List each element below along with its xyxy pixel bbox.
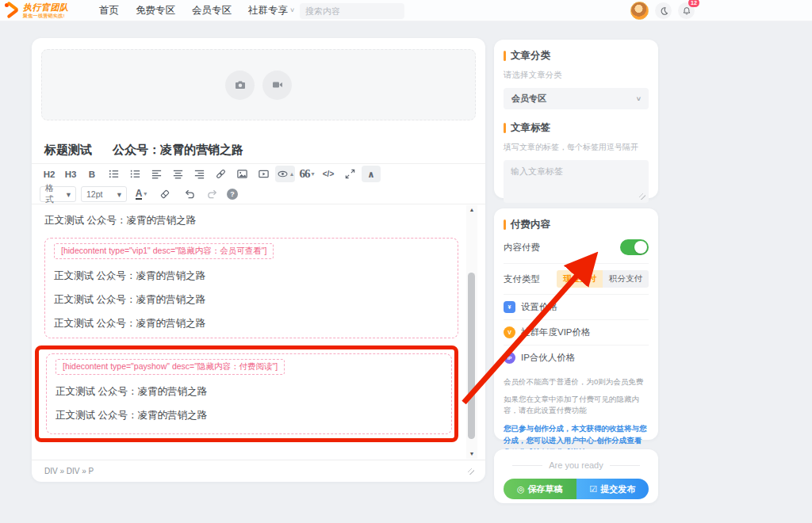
set-price-row[interactable]: ¥ 设置价格 <box>504 295 649 319</box>
link-button[interactable] <box>211 166 230 182</box>
pay-type-label: 支付类型 <box>504 273 540 285</box>
body-paragraph[interactable]: 正文测试 公众号：凌霄的营销之路 <box>56 385 442 399</box>
collapse-toolbar-button[interactable]: ∧ <box>362 166 381 182</box>
clear-format-button[interactable] <box>155 185 174 202</box>
tags-input[interactable] <box>511 166 642 197</box>
editor-content[interactable]: 正文测试 公众号：凌霄的营销之路 [hidecontent type="vip1… <box>32 204 485 460</box>
fullscreen-icon <box>344 168 356 180</box>
format-dropdown[interactable]: 格式▾ <box>40 186 76 202</box>
h3-button[interactable]: H3 <box>61 166 80 182</box>
align-left-icon <box>151 168 163 180</box>
fullscreen-button[interactable] <box>340 166 359 182</box>
font-size-dropdown[interactable]: 12pt▾ <box>81 186 127 202</box>
h2-button[interactable]: H2 <box>40 166 59 182</box>
eraser-icon <box>159 189 170 200</box>
pay-type-cash-option[interactable]: 现金支付 <box>557 270 603 288</box>
caret-down-icon: ▾ <box>117 189 121 199</box>
subtitle-input[interactable]: 公众号：凌霄的营销之路 <box>113 143 243 158</box>
editor-toolbar-row1: H2 H3 B <box>40 166 381 182</box>
scroll-up-icon[interactable]: ▲ <box>466 205 477 215</box>
ordered-list-button[interactable] <box>125 166 144 182</box>
paid-content-card: 付费内容 内容付费 支付类型 现金支付 积分支付 ¥ 设置价格 V 社群年度VI… <box>494 208 658 440</box>
accent-bar-icon <box>504 220 506 230</box>
navbar-right: 12 <box>630 2 695 20</box>
upload-image-button[interactable] <box>225 71 255 100</box>
title-input[interactable]: 标题测试 <box>44 143 92 158</box>
menu-community-exclusive[interactable]: 社群专享˅ <box>248 4 294 17</box>
category-tags-card: 文章分类 请选择文章分类 会员专区 ˅ 文章标签 填写文章的标签，每个标签用逗号… <box>494 40 658 198</box>
bullet-list-button[interactable] <box>104 166 123 182</box>
redo-button[interactable] <box>203 185 222 202</box>
chevron-down-icon: ˅ <box>637 95 641 103</box>
body-paragraph[interactable]: 正文测试 公众号：凌霄的营销之路 <box>54 317 449 330</box>
menu-member-zone[interactable]: 会员专区 <box>192 4 232 17</box>
body-paragraph[interactable]: 正文测试 公众号：凌霄的营销之路 <box>44 214 196 227</box>
editor-card: 标题测试 公众号：凌霄的营销之路 H2 H3 B <box>32 38 485 482</box>
save-draft-icon: ◎ <box>517 484 525 494</box>
scroll-down-icon[interactable]: ▼ <box>466 449 477 459</box>
notifications-button[interactable]: 12 <box>678 2 695 19</box>
submit-publish-button[interactable]: ☑ 提交发布 <box>576 479 649 499</box>
link-icon <box>215 168 227 180</box>
text-color-letter: A <box>136 189 143 200</box>
site-logo[interactable]: 执行官团队 聚焦一线营销实战! <box>5 2 88 18</box>
menu-free-zone[interactable]: 免费专区 <box>136 4 175 17</box>
search-input[interactable] <box>305 6 418 16</box>
cover-upload-area[interactable] <box>41 49 476 120</box>
scrollbar-thumb[interactable] <box>468 273 475 439</box>
partner-price-row[interactable]: IP IP合伙人价格 <box>504 345 649 370</box>
partner-price-label: IP合伙人价格 <box>521 352 575 364</box>
caret-down-icon: ▾ <box>144 190 147 197</box>
body-paragraph[interactable]: 正文测试 公众号：凌霄的营销之路 <box>56 409 442 422</box>
content-paid-toggle[interactable] <box>620 239 649 255</box>
bold-button[interactable]: B <box>82 166 102 182</box>
undo-button[interactable] <box>179 185 198 202</box>
logo-title: 执行官团队 <box>23 3 69 12</box>
quote-icon: 66 <box>300 167 310 181</box>
insert-video-button[interactable] <box>254 166 273 182</box>
member-price-note: 会员价不能高于普通价，为0则为会员免费 <box>504 376 649 387</box>
resize-grip-icon[interactable] <box>639 193 645 200</box>
resize-grip-icon[interactable] <box>468 468 474 475</box>
editor-scrollbar[interactable]: ▲ ▼ <box>466 205 477 459</box>
content-paid-row: 内容付费 <box>504 231 649 263</box>
category-hint: 请选择文章分类 <box>504 70 649 81</box>
menu-home[interactable]: 首页 <box>99 4 119 17</box>
toggle-knob <box>634 241 647 254</box>
save-draft-button[interactable]: ◎ 保存草稿 <box>504 479 576 499</box>
vip-price-label: 社群年度VIP价格 <box>521 326 591 338</box>
blockquote-button[interactable]: 66 ▾ <box>297 166 316 182</box>
pay-type-points-option[interactable]: 积分支付 <box>603 270 649 288</box>
body-paragraph[interactable]: 正文测试 公众号：凌霄的营销之路 <box>54 269 449 283</box>
pay-type-row: 支付类型 现金支付 积分支付 <box>504 264 649 294</box>
hidecontent-vip-shortcode[interactable]: [hidecontent type="vip1" desc="隐藏内容：会员可查… <box>54 243 274 259</box>
vip-badge-icon: V <box>504 326 515 338</box>
editor-status-bar: DIV » DIV » P <box>32 460 485 482</box>
video-icon <box>258 168 270 180</box>
bell-icon <box>682 6 691 16</box>
help-button[interactable]: ? <box>227 189 238 200</box>
hidecontent-payshow-shortcode[interactable]: [hidecontent type="payshow" desc="隐藏内容：付… <box>56 359 285 375</box>
insert-image-button[interactable] <box>232 166 251 182</box>
avatar[interactable] <box>630 2 649 20</box>
tags-hint: 填写文章的标签，每个标签用逗号隔开 <box>504 142 649 153</box>
category-selected-value: 会员专区 <box>511 93 546 105</box>
hidecontent-payshow-block[interactable]: [hidecontent type="payshow" desc="隐藏内容：付… <box>46 353 452 434</box>
vip-price-row[interactable]: V 社群年度VIP价格 <box>504 320 649 345</box>
image-icon <box>236 168 248 180</box>
align-right-button[interactable] <box>190 166 209 182</box>
body-paragraph[interactable]: 正文测试 公众号：凌霄的营销之路 <box>54 293 449 307</box>
save-draft-label: 保存草稿 <box>528 483 563 495</box>
upload-video-button[interactable] <box>262 71 292 100</box>
price-tag-icon: ¥ <box>504 301 515 313</box>
code-button[interactable]: </> <box>319 166 338 182</box>
theme-toggle-button[interactable] <box>655 2 672 19</box>
logo-subtitle: 聚焦一线营销实战! <box>23 13 69 18</box>
preview-button[interactable]: ▴ <box>275 166 295 182</box>
align-left-button[interactable] <box>147 166 166 182</box>
text-color-button[interactable]: A ▾ <box>132 185 151 202</box>
align-center-button[interactable] <box>168 166 187 182</box>
hidecontent-vip-block[interactable]: [hidecontent type="vip1" desc="隐藏内容：会员可查… <box>44 238 458 338</box>
category-select[interactable]: 会员专区 ˅ <box>504 88 649 109</box>
align-center-icon <box>172 168 184 180</box>
